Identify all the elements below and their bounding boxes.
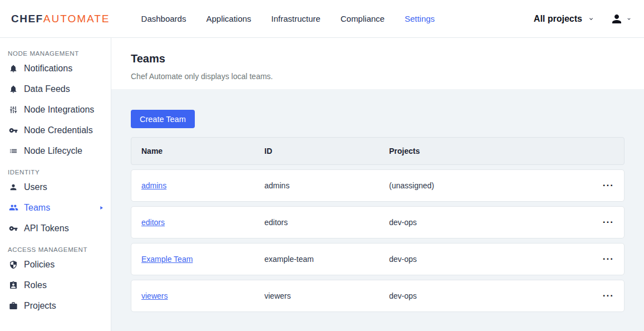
user-menu[interactable] [610,12,632,26]
user-avatar-icon [610,12,623,26]
team-id: editors [264,218,389,227]
team-id: viewers [264,291,389,300]
bell-icon [8,64,18,73]
sidebar-item-node-integrations[interactable]: Node Integrations [0,99,111,120]
row-menu-button[interactable]: ... [603,217,614,227]
sidebar-item-label: Teams [24,203,50,213]
column-header-projects: Projects [389,147,592,155]
team-projects: dev-ops [389,218,592,227]
sidebar-item-label: Projects [24,301,56,311]
sidebar-item-label: Roles [24,280,47,290]
nav-dashboards[interactable]: Dashboards [141,14,186,23]
nav-infrastructure[interactable]: Infrastructure [271,14,320,23]
chevron-right-icon [99,205,104,211]
page-header: Teams Chef Automate only displays local … [111,38,644,89]
sidebar-item-label: API Tokens [24,223,69,233]
sidebar-item-data-feeds[interactable]: Data Feeds [0,79,111,99]
sidebar-item-roles[interactable]: Roles [0,275,111,295]
sidebar-item-notifications[interactable]: Notifications [0,58,111,79]
logo-chef: CHEF [11,13,43,25]
teams-table: Name ID Projects admins admins (unassign… [131,137,625,312]
briefcase-icon [8,301,18,310]
section-label-identity: IDENTITY [0,169,111,177]
list-icon [8,147,18,155]
sliders-icon [8,105,18,114]
table-row: editors editors dev-ops ... [131,206,625,238]
page-body: Create Team Name ID Projects admins admi… [111,89,644,331]
sidebar-item-label: Data Feeds [24,84,70,94]
sidebar-item-label: Node Integrations [24,105,94,115]
main-content: Teams Chef Automate only displays local … [111,38,644,331]
team-projects: dev-ops [389,255,592,264]
projects-filter-label: All projects [534,14,582,24]
nav-applications[interactable]: Applications [206,14,251,23]
sidebar-item-policies[interactable]: Policies [0,254,111,275]
sidebar-item-label: Policies [24,260,55,270]
team-projects: dev-ops [389,291,592,300]
section-label-access-management: ACCESS MANAGEMENT [0,246,111,254]
group-icon [8,203,18,212]
table-row: Example Team example-team dev-ops ... [131,243,625,275]
create-team-button[interactable]: Create Team [131,110,195,128]
team-name-link[interactable]: admins [141,181,166,190]
page-title: Teams [131,52,625,65]
projects-filter-dropdown[interactable]: All projects [534,14,594,24]
sidebar-item-label: Notifications [24,64,72,74]
table-row: admins admins (unassigned) ... [131,169,625,202]
person-icon [8,183,18,192]
key-icon [8,224,18,233]
row-menu-button[interactable]: ... [603,181,614,191]
sidebar-item-label: Node Lifecycle [24,146,82,156]
column-header-id: ID [264,147,389,155]
shield-icon [8,260,18,269]
column-header-name: Name [141,147,264,155]
table-row: viewers viewers dev-ops ... [131,280,625,312]
team-name-link[interactable]: editors [141,218,165,227]
primary-nav: Dashboards Applications Infrastructure C… [141,14,435,23]
team-id: admins [264,181,389,190]
row-menu-button[interactable]: ... [603,254,614,264]
logo-automate: AUTOMATE [43,13,110,25]
settings-sidebar: NODE MANAGEMENT Notifications Data Feeds… [0,38,111,331]
section-label-node-management: NODE MANAGEMENT [0,50,111,58]
table-header-row: Name ID Projects [131,137,625,165]
nav-compliance[interactable]: Compliance [341,14,385,23]
sidebar-item-teams[interactable]: Teams [0,197,111,218]
sidebar-item-node-lifecycle[interactable]: Node Lifecycle [0,140,111,161]
team-name-link[interactable]: viewers [141,291,168,300]
key-icon [8,126,18,135]
team-projects: (unassigned) [389,181,592,190]
page-subtitle: Chef Automate only displays local teams. [131,72,625,81]
team-name-link[interactable]: Example Team [141,255,193,264]
team-id: example-team [264,255,389,264]
chevron-down-icon [626,16,632,22]
sidebar-item-api-tokens[interactable]: API Tokens [0,218,111,238]
sidebar-item-label: Node Credentials [24,125,93,135]
bell-icon [8,85,18,94]
badge-icon [8,281,18,290]
sidebar-item-label: Users [24,182,47,192]
sidebar-item-projects[interactable]: Projects [0,295,111,316]
row-menu-button[interactable]: ... [603,291,614,301]
topnav-right: All projects [534,12,632,26]
sidebar-item-users[interactable]: Users [0,177,111,197]
nav-settings[interactable]: Settings [405,14,435,23]
sidebar-item-node-credentials[interactable]: Node Credentials [0,120,111,140]
chevron-down-icon [588,16,594,22]
top-navigation: CHEFAUTOMATE Dashboards Applications Inf… [0,0,644,38]
chef-automate-logo[interactable]: CHEFAUTOMATE [11,13,110,25]
